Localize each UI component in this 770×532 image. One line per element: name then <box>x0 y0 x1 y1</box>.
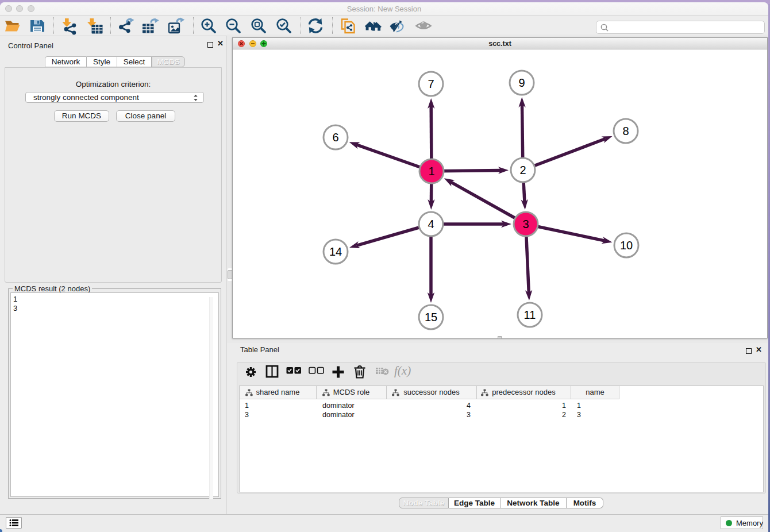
svg-text:9: 9 <box>518 76 525 89</box>
svg-text:1: 1 <box>428 165 434 178</box>
svg-text:8: 8 <box>622 125 629 137</box>
svg-text:2: 2 <box>519 164 526 176</box>
svg-text:15: 15 <box>425 311 437 323</box>
svg-text:4: 4 <box>428 218 434 230</box>
svg-text:10: 10 <box>620 239 633 252</box>
svg-text:11: 11 <box>524 309 536 321</box>
svg-text:6: 6 <box>332 131 338 144</box>
svg-text:3: 3 <box>522 218 529 230</box>
svg-text:14: 14 <box>329 245 342 258</box>
svg-text:7: 7 <box>428 78 434 90</box>
